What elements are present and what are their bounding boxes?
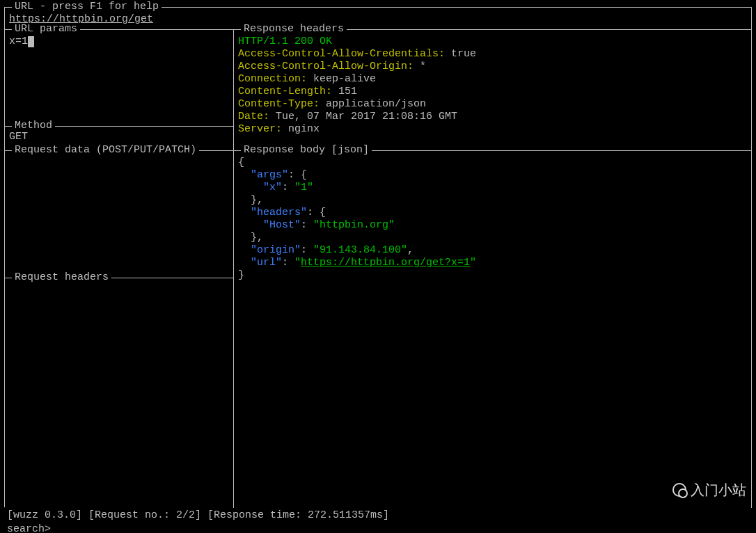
url-box-title: URL - press F1 for help [12,1,162,13]
method-value: GET [9,131,28,143]
response-header-name: Access-Control-Allow-Origin: [238,61,414,72]
json-args-line: "args": { [238,169,747,182]
status-bar: [wuzz 0.3.0] [Request no.: 2/2] [Respons… [4,508,752,523]
watermark-icon [672,483,686,497]
url-params-value[interactable]: x=1 [9,35,28,47]
response-header-row: Server: nginx [238,123,747,136]
response-header-row: Content-Length: 151 [238,86,747,98]
response-body-title: Response body [json] [241,144,372,157]
response-header-name: Content-Length: [238,86,332,97]
response-header-value: application/json [326,98,426,110]
json-open: { [238,157,747,169]
response-header-value: * [420,61,426,72]
response-headers-list: Access-Control-Allow-Credentials: trueAc… [238,48,747,136]
response-header-value: keep-alive [313,73,376,85]
json-headers-line: "headers": { [238,207,747,219]
response-status-line: HTTP/1.1 200 OK [238,35,747,48]
request-headers-box[interactable]: Request headers [4,278,234,507]
json-url-line: "url": "https://httpbin.org/get?x=1" [238,257,747,269]
response-body-box: Response body [json] { "args": { "x": "1… [233,150,752,508]
response-header-value: Tue, 07 Mar 2017 21:08:16 GMT [276,111,457,122]
search-input: search> [4,523,752,533]
json-origin-line: "origin": "91.143.84.100", [238,244,747,257]
response-headers-box: Response headers HTTP/1.1 200 OK Access-… [233,29,752,151]
json-args-close: }, [238,194,747,207]
response-header-name: Date: [238,111,269,122]
response-header-name: Server: [238,123,282,135]
response-header-value: true [451,48,476,60]
response-header-value: 151 [338,86,357,97]
request-headers-title: Request headers [12,271,111,284]
json-url-link[interactable]: https://httpbin.org/get?x=1 [301,257,470,269]
response-header-row: Date: Tue, 07 Mar 2017 21:08:16 GMT [238,111,747,123]
url-box: URL - press F1 for help https://httpbin.… [4,7,752,30]
method-title: Method [12,120,55,132]
json-x-line: "x": "1" [238,182,747,194]
response-header-row: Access-Control-Allow-Origin: * [238,61,747,73]
response-header-name: Content-Type: [238,98,320,110]
response-header-name: Access-Control-Allow-Credentials: [238,48,445,60]
response-header-name: Connection: [238,73,307,85]
response-header-row: Content-Type: application/json [238,98,747,111]
url-params-title: URL params [12,23,80,35]
response-header-value: nginx [288,123,320,135]
request-data-box[interactable]: Request data (POST/PUT/PATCH) [4,150,234,278]
request-data-title: Request data (POST/PUT/PATCH) [12,144,199,157]
response-header-row: Access-Control-Allow-Credentials: true [238,48,747,61]
response-header-row: Connection: keep-alive [238,73,747,86]
url-params-box[interactable]: URL params x=1 [4,29,234,127]
json-headers-close: }, [238,232,747,244]
json-close: } [238,269,747,282]
json-host-line: "Host": "httpbin.org" [238,219,747,232]
response-headers-title: Response headers [241,23,347,35]
watermark: 入门小站 [672,482,746,498]
cursor-icon [28,36,34,47]
